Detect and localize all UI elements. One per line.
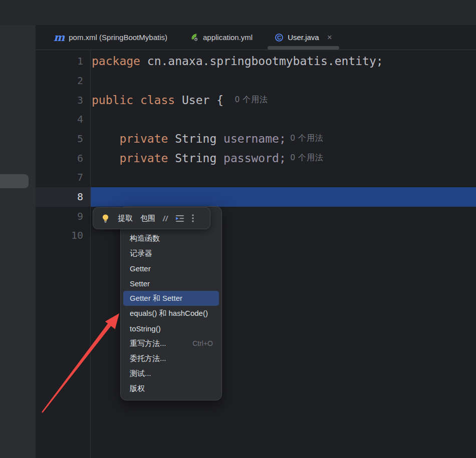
java-class-icon: C: [275, 33, 284, 42]
line-number[interactable]: 9: [36, 206, 90, 226]
line-number[interactable]: 5: [36, 129, 90, 149]
usages-inlay-hint[interactable]: 0 个用法: [235, 95, 268, 105]
menu-item[interactable]: 测试...: [123, 366, 219, 381]
menu-item-label: Getter: [130, 264, 151, 273]
extract-button[interactable]: 提取: [118, 214, 133, 223]
gutter-divider: [90, 50, 91, 458]
line-number[interactable]: 4: [36, 110, 90, 129]
menu-item-label: Setter: [130, 279, 150, 288]
ide-top-header: [0, 0, 476, 25]
active-tab-indicator: [268, 46, 339, 50]
tab-label: application.yml: [203, 33, 253, 42]
code-line: private String password;0 个用法: [92, 148, 476, 168]
code-line: private String username;0 个用法: [92, 129, 476, 149]
line-number[interactable]: 2: [36, 71, 90, 91]
code-token: username;: [223, 132, 286, 145]
line-number[interactable]: 7: [36, 168, 90, 187]
comment-icon[interactable]: //: [163, 214, 168, 223]
code-token: [92, 152, 119, 165]
code-line: [92, 71, 476, 91]
code-token: public class: [92, 94, 182, 107]
code-line: [92, 187, 476, 207]
menu-item[interactable]: 版权: [123, 381, 219, 396]
code-token: String: [175, 132, 223, 145]
menu-item-label: 记录器: [130, 249, 152, 258]
tab-user-java[interactable]: C User.java ×: [264, 25, 343, 50]
menu-item[interactable]: equals() 和 hashCode(): [123, 306, 219, 321]
code-token: password;: [223, 152, 286, 165]
menu-item[interactable]: toString(): [123, 321, 219, 336]
code-token: String: [175, 152, 223, 165]
usages-inlay-hint[interactable]: 0 个用法: [291, 133, 324, 144]
menu-item-label: toString(): [130, 324, 161, 333]
menu-item-label: Getter 和 Setter: [130, 294, 182, 303]
menu-item[interactable]: 委托方法...: [123, 351, 219, 366]
intention-bulb-icon[interactable]: [101, 214, 110, 223]
editor-tab-bar: m pom.xml (SpringBootMybatis) applicatio…: [36, 25, 476, 50]
reformat-code-icon[interactable]: [175, 215, 184, 222]
code-editor[interactable]: 12345678910 package cn.anaxa.springbootm…: [36, 50, 476, 458]
menu-item[interactable]: 记录器: [123, 246, 219, 261]
tab-application-yml[interactable]: application.yml: [178, 25, 264, 50]
code-token: private: [119, 132, 175, 145]
tool-window-handle[interactable]: [0, 174, 29, 188]
line-number[interactable]: 6: [36, 148, 90, 168]
tab-label: User.java: [288, 33, 319, 42]
code-token: package: [92, 55, 147, 68]
menu-item[interactable]: Setter: [123, 276, 219, 291]
code-line: [92, 110, 476, 129]
surround-button[interactable]: 包围: [140, 214, 155, 223]
line-number[interactable]: 3: [36, 90, 90, 110]
line-number-gutter[interactable]: 12345678910: [36, 52, 90, 245]
menu-item[interactable]: Getter: [123, 261, 219, 276]
tab-label: pom.xml (SpringBootMybatis): [69, 33, 167, 42]
line-number[interactable]: 10: [36, 226, 90, 245]
line-number[interactable]: 1: [36, 52, 90, 71]
intention-toolbar: 提取 包围 //: [93, 207, 210, 229]
menu-item-label: 重写方法...: [130, 339, 166, 348]
close-icon[interactable]: ×: [327, 33, 332, 42]
menu-item[interactable]: 构造函数: [123, 231, 219, 246]
usages-inlay-hint[interactable]: 0 个用法: [291, 153, 324, 163]
svg-text:C: C: [277, 35, 281, 41]
tool-window-sidebar: [0, 25, 36, 458]
more-options-icon[interactable]: [192, 214, 194, 222]
menu-item-label: 构造函数: [130, 234, 160, 243]
menu-item-shortcut: Ctrl+O: [192, 339, 213, 347]
menu-item-label: 委托方法...: [130, 354, 166, 363]
maven-icon: m: [54, 32, 65, 43]
ide-window: m pom.xml (SpringBootMybatis) applicatio…: [0, 0, 476, 458]
code-line: [92, 168, 476, 187]
menu-item-label: 版权: [130, 384, 145, 393]
code-line: public class User { 0 个用法: [92, 90, 476, 110]
menu-item[interactable]: 重写方法...Ctrl+O: [123, 336, 219, 351]
line-number[interactable]: 8: [36, 187, 90, 207]
code-token: [92, 132, 119, 145]
code-token: private: [119, 152, 175, 165]
code-token: User {: [182, 94, 230, 107]
code-line: package cn.anaxa.springbootmybatis.entit…: [92, 52, 476, 71]
spring-boot-icon: [189, 33, 199, 42]
menu-item-label: equals() 和 hashCode(): [130, 309, 208, 318]
generate-menu: 构造函数记录器GetterSetterGetter 和 Setterequals…: [120, 206, 222, 400]
tab-pom-xml[interactable]: m pom.xml (SpringBootMybatis): [43, 25, 178, 50]
menu-item[interactable]: Getter 和 Setter: [123, 291, 219, 306]
code-token: cn.anaxa.springbootmybatis.entity;: [147, 55, 383, 68]
menu-item-label: 测试...: [130, 369, 151, 378]
